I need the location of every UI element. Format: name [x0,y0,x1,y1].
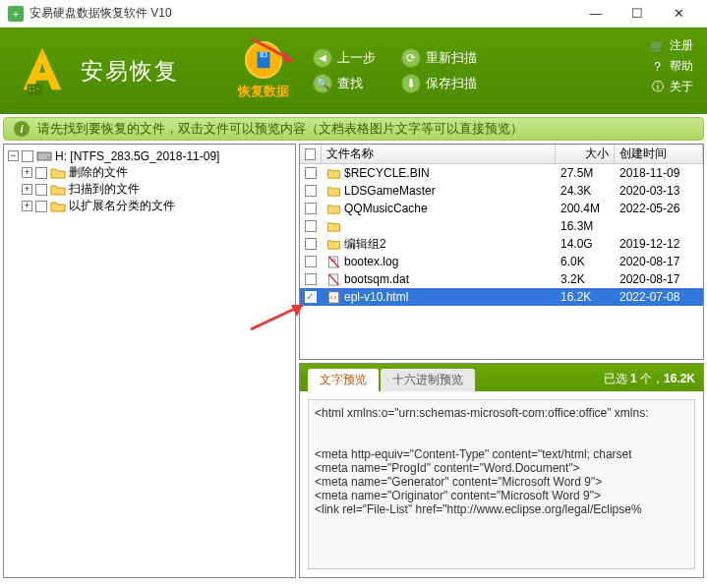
row-checkbox[interactable] [305,203,317,214]
recover-data-button[interactable]: 恢复数据 [238,41,289,100]
file-row[interactable]: QQMusicCache200.4M2022-05-26 [300,200,703,217]
file-size: 200.4M [556,202,615,215]
file-row[interactable]: LDSGameMaster24.3K2020-03-13 [300,182,703,200]
file-row[interactable]: epl-v10.html16.2K2022-07-08 [300,288,703,306]
svg-point-5 [36,88,38,89]
file-size: 6.0K [556,255,615,268]
app-icon: + [8,6,24,22]
file-icon [326,256,341,268]
rescan-button[interactable]: ⟳重新扫描 [401,48,477,68]
file-date: 2018-11-09 [615,166,703,180]
about-link[interactable]: ⓘ关于 [650,79,693,95]
file-row[interactable]: 编辑组214.0G2019-12-12 [300,235,703,253]
row-checkbox[interactable] [305,185,317,197]
file-list: 文件名称 大小 创建时间 $RECYCLE.BIN27.5M2018-11-09… [299,144,704,360]
row-checkbox[interactable] [305,291,317,303]
file-name: bootsqm.dat [344,272,409,286]
file-name: LDSGameMaster [344,184,436,198]
logo-area: 安易恢复 [14,42,179,99]
prev-button[interactable]: ◄上一步 [313,48,376,68]
expand-icon[interactable]: + [22,167,32,178]
tree-root[interactable]: − H: [NTFS_283.5G_2018-11-09] [8,147,291,164]
tree-checkbox[interactable] [35,184,47,196]
file-icon [326,238,341,251]
expand-icon[interactable]: + [22,184,32,195]
folder-icon [50,166,66,180]
col-date[interactable]: 创建时间 [615,145,703,163]
expand-icon[interactable]: + [22,201,32,211]
row-checkbox[interactable] [305,238,317,250]
tree-checkbox[interactable] [35,201,47,212]
cart-icon: 🛒 [650,38,665,53]
col-name[interactable]: 文件名称 [322,145,556,163]
register-link[interactable]: 🛒注册 [650,37,693,54]
recover-label: 恢复数据 [238,83,289,100]
row-checkbox[interactable] [305,273,317,285]
info-icon: ⓘ [650,80,665,94]
app-title: 安易硬盘数据恢复软件 V10 [29,5,172,22]
file-name: epl-v10.html [344,290,408,304]
file-row[interactable]: $RECYCLE.BIN27.5M2018-11-09 [300,164,703,182]
info-icon: i [14,121,29,137]
titlebar: + 安易硬盘数据恢复软件 V10 — ☐ ✕ [0,0,707,28]
file-row[interactable]: bootex.log6.0K2020-08-17 [300,253,703,270]
svg-point-1 [29,86,30,88]
file-size: 16.3M [556,219,615,233]
file-size: 27.5M [556,166,615,180]
arrow-left-icon: ◄ [313,48,332,68]
tree-checkbox[interactable] [35,167,47,179]
minimize-button[interactable]: — [575,0,617,28]
save-icon: ⬇ [401,74,421,93]
file-name: $RECYCLE.BIN [344,166,430,180]
file-row[interactable]: 16.3M [300,217,703,235]
file-size: 24.3K [556,184,615,198]
tab-hex-preview[interactable]: 十六进制预览 [381,369,475,391]
svg-rect-8 [264,53,265,57]
file-icon [326,273,341,286]
preview-content[interactable] [308,399,695,569]
file-size: 16.2K [556,290,615,304]
file-row[interactable]: bootsqm.dat3.2K2020-08-17 [300,270,703,288]
file-list-header: 文件名称 大小 创建时间 [300,145,703,164]
file-size: 14.0G [556,237,615,251]
svg-rect-9 [37,152,51,160]
preview-tabs: 文字预览 十六进制预览 已选 1 个，16.2K [300,364,703,391]
search-icon: 🔍 [313,74,332,93]
file-date: 2022-05-26 [615,202,703,215]
tree-checkbox[interactable] [22,150,33,162]
file-icon [326,203,341,215]
preview-pane: 文字预览 十六进制预览 已选 1 个，16.2K [299,363,704,578]
folder-icon [50,200,66,213]
file-name: QQMusicCache [344,202,428,215]
svg-point-10 [47,156,49,158]
selection-status: 已选 1 个，16.2K [604,371,695,391]
drive-icon [36,149,52,163]
tree-node-deleted[interactable]: + 删除的文件 [22,164,291,181]
svg-point-3 [29,89,30,91]
file-icon [326,167,341,180]
header: 安易恢复 恢复数据 ◄上一步 ⟳重新扫描 🔍查找 ⬇保存扫描 🛒注册 ?帮助 ⓘ… [0,28,707,114]
expand-icon[interactable]: − [8,150,19,161]
svg-point-4 [32,89,34,91]
file-date: 2020-08-17 [615,272,703,286]
tree-pane[interactable]: − H: [NTFS_283.5G_2018-11-09] + 删除的文件 + … [3,144,296,578]
file-icon [326,220,341,233]
tree-node-ext[interactable]: + 以扩展名分类的文件 [22,198,291,214]
row-checkbox[interactable] [305,256,317,267]
file-name: 编辑组2 [344,237,386,251]
tree-node-scanned[interactable]: + 扫描到的文件 [22,181,291,198]
col-size[interactable]: 大小 [556,145,615,163]
svg-point-2 [32,86,34,88]
logo-icon [14,42,71,99]
search-button[interactable]: 🔍查找 [313,74,376,93]
close-button[interactable]: ✕ [658,0,699,28]
tab-text-preview[interactable]: 文字预览 [308,369,379,391]
select-all-checkbox[interactable] [305,148,316,160]
row-checkbox[interactable] [305,167,317,179]
help-link[interactable]: ?帮助 [650,58,693,75]
savescan-button[interactable]: ⬇保存扫描 [401,74,477,93]
file-list-body[interactable]: $RECYCLE.BIN27.5M2018-11-09LDSGameMaster… [300,164,703,359]
maximize-button[interactable]: ☐ [617,0,658,28]
refresh-icon: ⟳ [401,48,421,68]
row-checkbox[interactable] [305,220,317,232]
